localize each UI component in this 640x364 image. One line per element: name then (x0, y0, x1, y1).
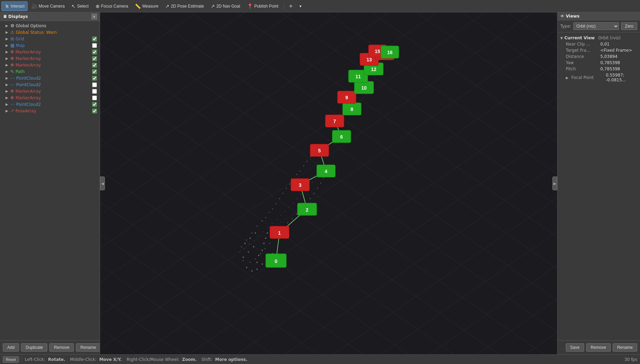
tree-item-global-options[interactable]: ▶⚙Global Options (0, 22, 100, 29)
nav-goal-button[interactable]: ↗ 2D Nav Goal (208, 1, 243, 11)
tree-checkbox-grid[interactable] (92, 37, 97, 41)
tree-label-marker-array-4: MarkerArray (16, 89, 91, 94)
nav-goal-icon: ↗ (211, 3, 215, 9)
views-rename-button[interactable]: Rename (613, 343, 637, 352)
toolbar: 🖱 Interact 🎥 Move Camera ↖ Select ⊕ Focu… (0, 0, 640, 12)
publish-point-button[interactable]: 📍 Publish Point (244, 1, 282, 11)
tree-item-pointcloud2-1[interactable]: ▶⋯PointCloud2 (0, 75, 100, 81)
right-click-action: Zoom. (182, 357, 197, 362)
tree-item-path[interactable]: ▶✎Path (0, 68, 100, 75)
tree-item-map[interactable]: ▶▦Map (0, 42, 100, 49)
tree-icon-pose-array: ↗ (10, 108, 14, 113)
svg-point-4 (244, 243, 246, 244)
tree-item-pose-array[interactable]: ▶↗PoseArray (0, 108, 100, 114)
views-properties-container: Near Clip ...0,01Target Fra...<Fixed Fra… (560, 41, 637, 83)
svg-point-11 (265, 237, 266, 239)
svg-point-67 (285, 211, 285, 212)
collapse-left-arrow[interactable]: ◀ (100, 176, 105, 190)
svg-point-58 (244, 248, 245, 249)
toolbar-extra-button[interactable]: ✛ (286, 1, 296, 11)
views-current-header[interactable]: ▼ Current View Orbit (rviz) (560, 35, 637, 41)
tree-icon-marker-array-2: ❋ (10, 56, 14, 61)
tree-arrow-marker-array-1: ▶ (6, 50, 10, 54)
measure-button[interactable]: 📏 Measure (132, 1, 161, 11)
duplicate-button[interactable]: Duplicate (21, 343, 47, 352)
tree-item-marker-array-1[interactable]: ▶❋MarkerArray (0, 49, 100, 55)
tree-checkbox-map[interactable] (92, 43, 97, 48)
views-remove-button[interactable]: Remove (586, 343, 611, 352)
svg-point-26 (272, 209, 273, 210)
views-zero-button[interactable]: Zero (621, 22, 637, 30)
svg-point-15 (256, 269, 258, 270)
displays-header: 🖥 Displays ✕ (0, 12, 100, 21)
tree-item-marker-array-2[interactable]: ▶❋MarkerArray (0, 55, 100, 62)
svg-point-22 (257, 226, 258, 227)
svg-point-53 (314, 193, 315, 194)
shift-action: More options. (215, 357, 247, 362)
views-prop-1: Target Fra...<Fixed Frame> (560, 47, 637, 53)
tree-checkbox-path[interactable] (92, 69, 97, 74)
views-prop-5: ▶Focal Point0.55987; -0.0815... (560, 72, 637, 83)
toolbar-dropdown-icon: ▾ (299, 4, 302, 9)
remove-button[interactable]: Remove (49, 343, 74, 352)
views-current-section: ▼ Current View Orbit (rviz) Near Clip ..… (558, 34, 640, 84)
svg-point-38 (243, 260, 244, 261)
right-panel: 👁 Views Type: Orbit (rviz) Zero ▼ Curren… (557, 12, 640, 354)
tree-checkbox-pointcloud2-3[interactable] (92, 102, 97, 107)
svg-rect-0 (100, 12, 557, 354)
interact-button[interactable]: 🖱 Interact (1, 1, 28, 11)
tree-arrow-marker-array-3: ▶ (6, 63, 10, 67)
tree-item-pointcloud2-3[interactable]: ▶⋯PointCloud2 (0, 101, 100, 108)
tree-label-marker-array-1: MarkerArray (16, 50, 91, 54)
select-button[interactable]: ↖ Select (68, 1, 91, 11)
displays-close-button[interactable]: ✕ (91, 14, 97, 19)
tree-item-marker-array-3[interactable]: ▶❋MarkerArray (0, 62, 100, 68)
reset-button[interactable]: Reset (3, 356, 19, 363)
tree-icon-grid: ⊞ (10, 36, 14, 41)
svg-text:8: 8 (351, 107, 353, 112)
svg-point-28 (279, 198, 280, 199)
svg-point-36 (307, 161, 308, 162)
tree-checkbox-pointcloud2-2[interactable] (92, 82, 97, 87)
toolbar-extra-icon: ✛ (289, 4, 293, 9)
tree-item-marker-array-5[interactable]: ▶❋MarkerArray (0, 94, 100, 101)
move-camera-button[interactable]: 🎥 Move Camera (28, 1, 68, 11)
svg-point-62 (263, 231, 264, 232)
focal-point-arrow[interactable]: ▶ (566, 76, 570, 80)
svg-point-63 (267, 228, 268, 228)
middle-click-action: Move X/Y. (99, 357, 122, 362)
tree-item-global-status[interactable]: ▶⚠Global Status: Warn (0, 29, 100, 36)
tree-arrow-grid: ▶ (6, 37, 10, 41)
svg-point-64 (272, 223, 273, 224)
tree-item-pointcloud2-2[interactable]: ▶⋯PointCloud2 (0, 81, 100, 88)
tree-label-map: Map (16, 43, 91, 48)
add-button[interactable]: Add (3, 343, 19, 352)
viewport[interactable]: 0 1 2 3 4 5 6 7 8 (100, 12, 557, 354)
toolbar-separator (284, 2, 284, 10)
svg-text:16: 16 (387, 50, 393, 55)
tree-checkbox-marker-array-4[interactable] (92, 89, 97, 94)
tree-checkbox-marker-array-2[interactable] (92, 56, 97, 61)
pose-estimate-button[interactable]: ↗ 2D Pose Estimate (162, 1, 207, 11)
focus-camera-button[interactable]: ⊕ Focus Camera (92, 1, 131, 11)
svg-point-5 (249, 237, 251, 239)
tree-checkbox-marker-array-3[interactable] (92, 63, 97, 68)
views-save-button[interactable]: Save (566, 343, 584, 352)
tree-label-marker-array-2: MarkerArray (16, 56, 91, 61)
tree-icon-marker-array-3: ❋ (10, 62, 14, 68)
tree-checkbox-pose-array[interactable] (92, 109, 97, 113)
toolbar-dropdown-button[interactable]: ▾ (296, 1, 305, 11)
rename-button[interactable]: Rename (76, 343, 100, 352)
tree-arrow-marker-array-2: ▶ (6, 57, 10, 60)
collapse-right-arrow[interactable]: ▶ (552, 176, 557, 190)
views-prop-name-2: Distance (566, 54, 600, 59)
svg-point-34 (300, 171, 301, 172)
tree-item-grid[interactable]: ▶⊞Grid (0, 36, 100, 42)
tree-item-marker-array-4[interactable]: ▶❋MarkerArray (0, 88, 100, 94)
tree-checkbox-marker-array-5[interactable] (92, 95, 97, 100)
svg-point-30 (286, 188, 287, 189)
tree-checkbox-pointcloud2-1[interactable] (92, 76, 97, 81)
views-type-select[interactable]: Orbit (rviz) (573, 22, 619, 30)
svg-point-49 (296, 214, 297, 215)
tree-checkbox-marker-array-1[interactable] (92, 50, 97, 54)
